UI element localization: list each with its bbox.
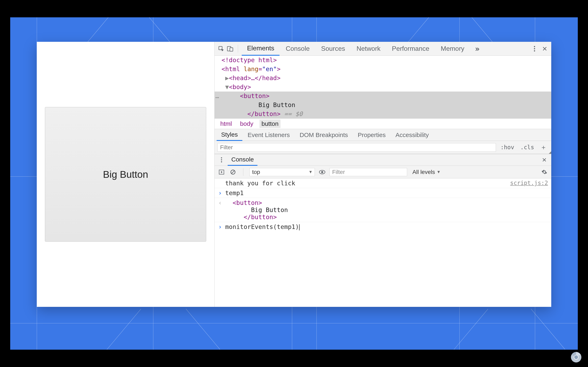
tab-sources[interactable]: Sources: [316, 42, 350, 56]
text-cursor: [299, 224, 300, 230]
log-message: thank you for click: [225, 180, 507, 187]
svg-point-7: [221, 159, 222, 160]
devtools-panel: Elements Console Sources Network Perform…: [214, 42, 551, 307]
gear-icon[interactable]: [540, 168, 548, 176]
cls-toggle[interactable]: .cls: [519, 143, 536, 151]
app-window: Big Button Elements Console Sources: [37, 42, 551, 307]
slide-background: Big Button Elements Console Sources: [10, 17, 578, 350]
tab-elements[interactable]: Elements: [242, 42, 279, 56]
close-icon[interactable]: [540, 156, 548, 164]
tab-network[interactable]: Network: [351, 42, 386, 56]
crumb-html[interactable]: html: [218, 119, 234, 128]
console-filter-input[interactable]: Filter: [329, 168, 407, 176]
console-input-text: temp1: [225, 189, 548, 197]
console-result-row: </button>: [215, 213, 551, 222]
console-drawer-header: Console: [215, 154, 551, 166]
crumb-button[interactable]: button: [259, 119, 281, 128]
kebab-menu-icon[interactable]: [217, 156, 226, 164]
big-button-label: Big Button: [103, 169, 148, 180]
subtab-event-listeners[interactable]: Event Listeners: [243, 129, 294, 141]
styles-filter-row: :hov .cls ＋: [215, 141, 551, 154]
console-log-row: thank you for click script.js:2: [215, 178, 551, 188]
console-drawer-tab[interactable]: Console: [228, 154, 258, 166]
dom-selected-line[interactable]: … <button>: [215, 92, 551, 100]
new-style-rule-icon[interactable]: ＋: [539, 143, 548, 152]
console-result: Big Button: [225, 206, 548, 213]
dom-line[interactable]: <html lang="en">: [215, 65, 551, 74]
svg-point-5: [534, 50, 535, 51]
console-result: </button>: [225, 213, 548, 221]
separator: [243, 168, 243, 176]
dom-line[interactable]: ▼<body>: [215, 83, 551, 92]
clear-console-icon[interactable]: [229, 168, 237, 176]
big-button[interactable]: Big Button: [45, 107, 206, 242]
close-icon[interactable]: [541, 45, 549, 53]
subtab-styles[interactable]: Styles: [217, 129, 242, 141]
chrome-logo-icon: [571, 351, 582, 363]
dom-tree[interactable]: <!doctype html> <html lang="en"> ▶<head>…: [215, 56, 551, 118]
dom-selected-line[interactable]: </button> == $0: [215, 109, 551, 118]
hov-toggle[interactable]: :hov: [499, 143, 516, 151]
svg-point-3: [534, 46, 535, 47]
dom-line[interactable]: ▶<head>…</head>: [215, 74, 551, 83]
svg-point-4: [534, 48, 535, 49]
chevron-down-icon: ▼: [309, 170, 312, 174]
styles-subtabs: Styles Event Listeners DOM Breakpoints P…: [215, 129, 551, 141]
dom-line[interactable]: <!doctype html>: [215, 56, 551, 65]
tab-console[interactable]: Console: [280, 42, 315, 56]
console-drawer: Console top: [215, 154, 551, 307]
svg-point-12: [321, 171, 323, 173]
more-tabs-icon[interactable]: [473, 45, 481, 53]
result-icon: ‹: [218, 199, 222, 206]
console-current-input[interactable]: monitorEvents(temp1): [225, 223, 548, 230]
console-input-row: › temp1: [215, 188, 551, 198]
svg-point-6: [221, 157, 222, 158]
subtab-properties[interactable]: Properties: [353, 129, 390, 141]
device-toggle-icon[interactable]: [226, 45, 234, 53]
separator: [238, 45, 238, 53]
crumb-body[interactable]: body: [238, 119, 255, 128]
grid-line: [10, 323, 578, 323]
subtab-accessibility[interactable]: Accessibility: [391, 129, 433, 141]
console-prompt-row[interactable]: › monitorEvents(temp1): [215, 222, 551, 232]
diagonal-line: [405, 17, 429, 46]
diagonal-line: [10, 174, 10, 182]
svg-rect-2: [230, 48, 233, 51]
breadcrumb: html body button: [215, 118, 551, 129]
devtools-toolbar: Elements Console Sources Network Perform…: [215, 42, 551, 56]
tab-memory[interactable]: Memory: [435, 42, 470, 56]
tab-performance[interactable]: Performance: [387, 42, 435, 56]
resize-handle-icon[interactable]: [549, 151, 551, 154]
diagonal-line: [531, 309, 565, 350]
sidebar-toggle-icon[interactable]: [217, 168, 226, 176]
context-selector[interactable]: top ▼: [250, 168, 315, 176]
svg-point-15: [574, 355, 578, 359]
console-result: <button>: [225, 199, 548, 206]
inspect-icon[interactable]: [217, 45, 225, 53]
dom-selected-line[interactable]: Big Button: [215, 100, 551, 109]
prompt-icon: ›: [218, 189, 222, 197]
svg-point-8: [221, 161, 222, 162]
log-source-link[interactable]: script.js:2: [510, 180, 548, 186]
styles-filter-input[interactable]: [217, 143, 496, 152]
page-preview: Big Button: [37, 42, 214, 307]
selected-gutter: …: [215, 92, 219, 100]
expand-arrow-icon[interactable]: ▶: [225, 75, 229, 82]
prompt-icon: ›: [218, 223, 222, 230]
kebab-menu-icon[interactable]: [530, 45, 539, 53]
diagonal-line: [454, 309, 488, 350]
diagonal-line: [472, 17, 495, 45]
console-output[interactable]: thank you for click script.js:2 › temp1 …: [215, 178, 551, 307]
chevron-down-icon: ▼: [437, 170, 441, 174]
diagonal-line: [149, 17, 173, 45]
live-expression-icon[interactable]: [318, 168, 326, 176]
subtab-dom-breakpoints[interactable]: DOM Breakpoints: [295, 129, 352, 141]
diagonal-line: [85, 17, 108, 46]
collapse-arrow-icon[interactable]: ▼: [225, 83, 229, 91]
log-levels-selector[interactable]: All levels ▼: [410, 169, 443, 175]
diagonal-line: [107, 309, 141, 350]
console-result-row: ‹ <button>: [215, 198, 551, 206]
console-result-row: Big Button: [215, 206, 551, 213]
console-toolbar: top ▼ Filter All levels ▼: [215, 166, 551, 178]
diagonal-line: [186, 309, 220, 350]
